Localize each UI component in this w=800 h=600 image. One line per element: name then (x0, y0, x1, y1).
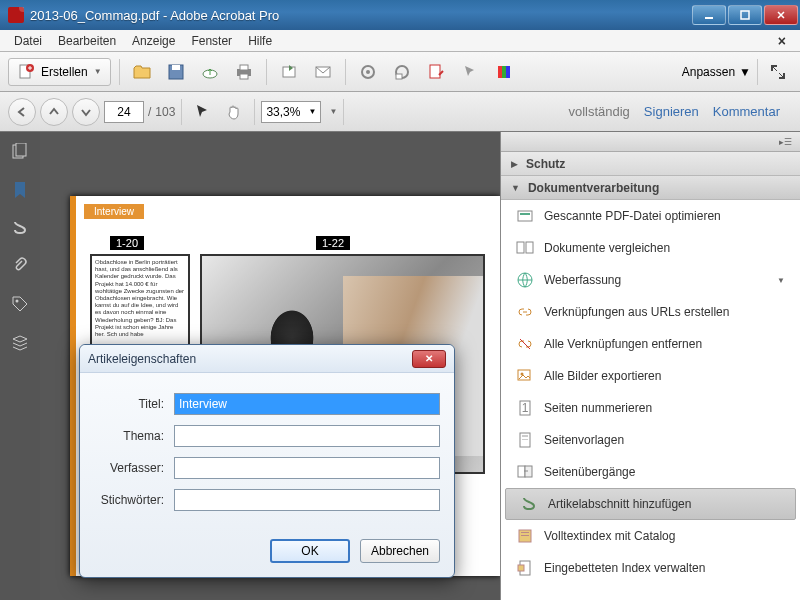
svg-rect-41 (518, 565, 524, 571)
input-keywords[interactable] (174, 489, 440, 511)
cancel-button[interactable]: Abbrechen (360, 539, 440, 563)
tools-pane-header: ▸☰ (501, 132, 800, 152)
select-button[interactable] (188, 98, 216, 126)
close-button[interactable] (764, 5, 798, 25)
hand-button[interactable] (220, 98, 248, 126)
input-theme[interactable] (174, 425, 440, 447)
paperclip-icon (12, 257, 28, 275)
svg-rect-23 (518, 211, 532, 221)
tool1-button[interactable] (354, 58, 382, 86)
page-accent-bar (70, 196, 76, 576)
dialog-close-button[interactable]: ✕ (412, 350, 446, 368)
customize-label[interactable]: Anpassen (682, 65, 735, 79)
svg-point-13 (366, 70, 370, 74)
envelope-icon (314, 63, 332, 81)
item-embedded-index[interactable]: Eingebetteten Index verwalten (501, 552, 800, 584)
menu-window[interactable]: Fenster (183, 32, 240, 50)
label-keywords: Stichwörter: (94, 493, 174, 507)
svg-rect-38 (521, 532, 529, 533)
item-optimize-scanned[interactable]: Gescannte PDF-Datei optimieren (501, 200, 800, 232)
create-label: Erstellen (41, 65, 88, 79)
svg-rect-19 (506, 66, 510, 78)
dialog-titlebar[interactable]: Artikeleigenschaften ✕ (80, 345, 454, 373)
input-author[interactable] (174, 457, 440, 479)
label-theme: Thema: (94, 429, 174, 443)
menu-close-icon[interactable]: × (770, 31, 794, 51)
input-title[interactable] (174, 393, 440, 415)
item-number-pages[interactable]: 1Seiten nummerieren (501, 392, 800, 424)
page-number-icon: 1 (516, 399, 534, 417)
hand-icon (225, 103, 243, 121)
minimize-button[interactable] (692, 5, 726, 25)
tool5-button[interactable] (490, 58, 518, 86)
open-button[interactable] (128, 58, 156, 86)
item-page-templates[interactable]: Seitenvorlagen (501, 424, 800, 456)
menu-edit[interactable]: Bearbeiten (50, 32, 124, 50)
chevron-down-icon: ▼ (777, 276, 785, 285)
menu-view[interactable]: Anzeige (124, 32, 183, 50)
navigation-pane (0, 132, 40, 600)
svg-rect-5 (172, 65, 180, 70)
svg-rect-17 (498, 66, 502, 78)
panel-doc-processing[interactable]: ▼ Dokumentverarbeitung (501, 176, 800, 200)
item-web-capture[interactable]: Weberfassung▼ (501, 264, 800, 296)
share-button[interactable] (275, 58, 303, 86)
item-remove-links[interactable]: Alle Verknüpfungen entfernen (501, 328, 800, 360)
layers-icon (11, 333, 29, 351)
menu-file[interactable]: Datei (6, 32, 50, 50)
tools-pane: ▸☰ ▶ Schutz ▼ Dokumentverarbeitung Gesca… (500, 132, 800, 600)
bookmark-icon (12, 181, 28, 199)
item-fulltext-catalog[interactable]: Volltextindex mit Catalog (501, 520, 800, 552)
page-up-button[interactable] (40, 98, 68, 126)
svg-rect-24 (520, 213, 530, 215)
triangle-right-icon: ▶ (511, 159, 518, 169)
cloud-icon (201, 63, 219, 81)
chevron-down-icon: ▼ (94, 67, 102, 76)
articles-tab[interactable] (10, 218, 30, 238)
attachments-tab[interactable] (10, 256, 30, 276)
panel-menu-icon[interactable]: ▸☰ (779, 137, 792, 147)
item-add-article-box[interactable]: Artikelabschnitt hinzufügen (505, 488, 796, 520)
gear-icon (359, 63, 377, 81)
chevron-down-icon: ▼ (739, 65, 751, 79)
create-icon (17, 63, 35, 81)
fullscreen-button[interactable] (764, 58, 792, 86)
tool2-button[interactable] (388, 58, 416, 86)
panel-security[interactable]: ▶ Schutz (501, 152, 800, 176)
link-full[interactable]: vollständig (568, 104, 629, 119)
menu-help[interactable]: Hilfe (240, 32, 280, 50)
bookmarks-tab[interactable] (10, 180, 30, 200)
svg-rect-1 (741, 11, 749, 19)
page-down-button[interactable] (72, 98, 100, 126)
scanner-icon (516, 207, 534, 225)
arrow-left-icon (16, 106, 28, 118)
link-comment[interactable]: Kommentar (713, 104, 780, 119)
zoom-dropdown-icon[interactable]: ▼ (329, 107, 337, 116)
item-export-images[interactable]: Alle Bilder exportieren (501, 360, 800, 392)
link-sign[interactable]: Signieren (644, 104, 699, 119)
page-prev-button[interactable] (8, 98, 36, 126)
page-number-input[interactable] (104, 101, 144, 123)
ok-button[interactable]: OK (270, 539, 350, 563)
svg-rect-25 (517, 242, 524, 253)
svg-rect-16 (430, 65, 440, 78)
save-button[interactable] (162, 58, 190, 86)
page-total: 103 (155, 105, 175, 119)
signatures-tab[interactable] (10, 294, 30, 314)
cloud-button[interactable] (196, 58, 224, 86)
tool3-button[interactable] (422, 58, 450, 86)
create-button[interactable]: Erstellen ▼ (8, 58, 111, 86)
thumbnails-tab[interactable] (10, 142, 30, 162)
maximize-button[interactable] (728, 5, 762, 25)
item-page-transitions[interactable]: Seitenübergänge (501, 456, 800, 488)
item-create-links[interactable]: Verknüpfungen aus URLs erstellen (501, 296, 800, 328)
zoom-select[interactable]: 33,3%▼ (261, 101, 321, 123)
tool4-button[interactable] (456, 58, 484, 86)
email-button[interactable] (309, 58, 337, 86)
print-button[interactable] (230, 58, 258, 86)
svg-rect-18 (502, 66, 506, 78)
item-compare-docs[interactable]: Dokumente vergleichen (501, 232, 800, 264)
svg-rect-34 (522, 439, 528, 440)
layers-tab[interactable] (10, 332, 30, 352)
svg-rect-33 (522, 435, 528, 437)
